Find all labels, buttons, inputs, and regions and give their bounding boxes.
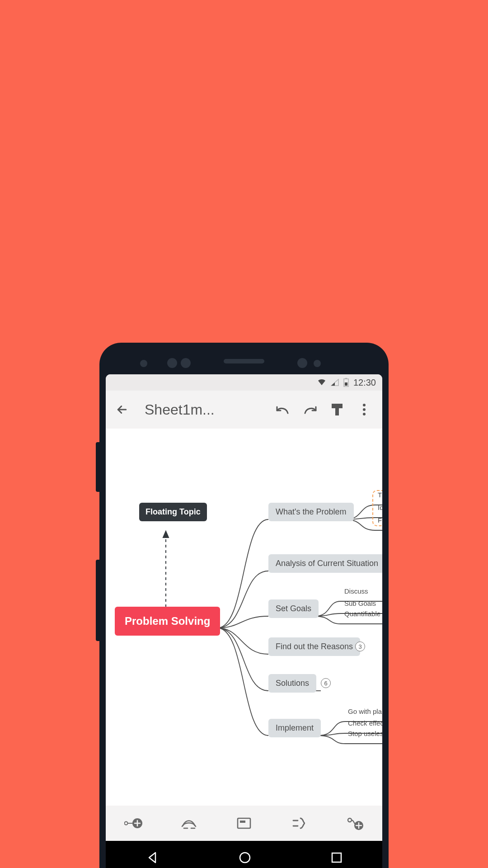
add-summary-button[interactable] bbox=[286, 810, 313, 837]
bottom-toolbar bbox=[106, 806, 382, 841]
phone-sensor bbox=[140, 360, 147, 367]
leaf-node[interactable]: Ide bbox=[378, 504, 382, 511]
svg-rect-4 bbox=[335, 408, 339, 415]
status-time: 12:30 bbox=[353, 377, 376, 388]
add-subtopic-button[interactable] bbox=[120, 810, 147, 837]
mindmap-canvas[interactable]: Floating Topic Problem Solving What's th… bbox=[106, 429, 382, 806]
undo-button[interactable] bbox=[271, 398, 295, 421]
phone-frame: 12:30 Sheet1m... bbox=[99, 343, 389, 868]
branch-node[interactable]: Implement bbox=[268, 719, 321, 737]
svg-point-32 bbox=[240, 853, 250, 863]
phone-side-button bbox=[96, 442, 99, 492]
floating-topic-node[interactable]: Floating Topic bbox=[139, 503, 207, 521]
leaf-node[interactable]: Sub Goals bbox=[344, 599, 376, 607]
screen: 12:30 Sheet1m... bbox=[106, 374, 382, 868]
svg-rect-3 bbox=[332, 404, 343, 408]
svg-point-7 bbox=[363, 413, 366, 415]
branch-node[interactable]: Solutions bbox=[268, 674, 316, 693]
svg-rect-26 bbox=[238, 818, 250, 828]
leaf-node[interactable]: Stop useless so bbox=[348, 730, 382, 737]
redo-button[interactable] bbox=[298, 398, 322, 421]
leaf-node[interactable]: Th bbox=[378, 491, 382, 499]
phone-sensor bbox=[181, 358, 191, 368]
svg-point-21 bbox=[125, 822, 128, 825]
leaf-node[interactable]: Discuss bbox=[344, 587, 368, 595]
leaf-node[interactable]: Quantifiable targe bbox=[344, 610, 382, 618]
svg-point-6 bbox=[363, 408, 366, 411]
signal-icon bbox=[331, 379, 339, 386]
android-nav-bar bbox=[106, 841, 382, 868]
phone-sensor bbox=[314, 360, 321, 367]
svg-rect-2 bbox=[345, 382, 347, 386]
wifi-icon bbox=[317, 379, 326, 386]
add-note-button[interactable] bbox=[230, 810, 258, 837]
phone-side-button bbox=[96, 560, 99, 641]
leaf-node[interactable]: Check effect of bbox=[348, 719, 382, 727]
nav-recents-button[interactable] bbox=[331, 852, 343, 865]
more-button[interactable] bbox=[352, 398, 376, 421]
svg-point-5 bbox=[363, 404, 366, 406]
svg-rect-27 bbox=[240, 821, 245, 823]
battery-icon bbox=[343, 378, 349, 387]
count-badge[interactable]: 6 bbox=[321, 678, 331, 688]
branch-node[interactable]: Set Goals bbox=[268, 599, 319, 618]
leaf-node[interactable]: Fin bbox=[378, 516, 382, 524]
phone-sensor bbox=[167, 358, 177, 368]
branch-node[interactable]: Find out the Reasons bbox=[268, 637, 360, 656]
format-button[interactable] bbox=[325, 398, 349, 421]
app-bar: Sheet1m... bbox=[106, 391, 382, 429]
leaf-node[interactable]: Go with plans bbox=[348, 708, 382, 715]
svg-rect-33 bbox=[332, 853, 341, 862]
add-relationship-button[interactable] bbox=[175, 810, 202, 837]
phone-sensor bbox=[297, 358, 307, 368]
root-node[interactable]: Problem Solving bbox=[115, 607, 220, 636]
nav-back-button[interactable] bbox=[145, 851, 159, 866]
back-button[interactable] bbox=[112, 400, 132, 420]
nav-home-button[interactable] bbox=[238, 851, 252, 866]
status-bar: 12:30 bbox=[106, 374, 382, 391]
count-badge[interactable]: 3 bbox=[355, 642, 365, 651]
svg-point-30 bbox=[348, 818, 352, 822]
phone-speaker bbox=[224, 359, 264, 363]
sheet-title[interactable]: Sheet1m... bbox=[145, 401, 215, 418]
branch-node[interactable]: What's the Problem bbox=[268, 503, 354, 521]
branch-node[interactable]: Analysis of Current Situation bbox=[268, 554, 382, 573]
add-floating-topic-button[interactable] bbox=[341, 810, 368, 837]
